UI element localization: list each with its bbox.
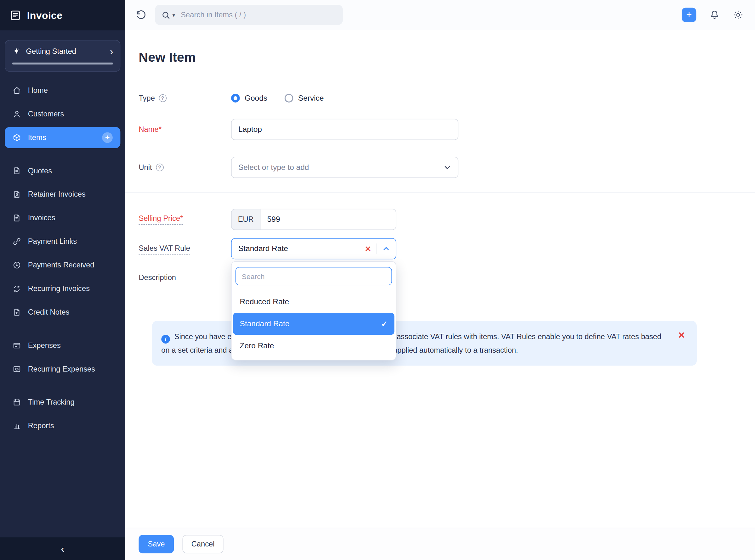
app-title: Invoice (27, 9, 63, 21)
dropdown-search-input[interactable] (235, 267, 392, 285)
selling-price-group: EUR (231, 209, 396, 230)
help-icon[interactable]: ? (156, 164, 163, 171)
vat-rule-label: Sales VAT Rule (138, 244, 231, 255)
refresh-icon (13, 284, 21, 293)
check-icon: ✓ (381, 319, 388, 328)
form-action-bar: Save Cancel (125, 528, 755, 560)
sidebar-collapse-button[interactable]: ‹ (0, 537, 125, 560)
section-divider (125, 193, 755, 193)
quick-add-item-icon[interactable]: + (102, 133, 113, 143)
sidebar-item-credit-notes[interactable]: Credit Notes (5, 302, 120, 323)
help-icon[interactable]: ? (159, 94, 166, 102)
invoice-icon (13, 214, 21, 222)
quick-create-button[interactable]: + (682, 7, 696, 22)
clear-icon[interactable]: ✕ (360, 244, 376, 253)
link-icon (13, 237, 21, 246)
type-radio-goods[interactable]: Goods (231, 94, 267, 103)
type-radio-group: Goods Service (231, 94, 324, 103)
vat-option-reduced-rate[interactable]: Reduced Rate (233, 291, 394, 313)
unit-placeholder: Select or type to add (238, 163, 309, 172)
name-input[interactable] (231, 119, 459, 140)
search-icon[interactable] (161, 11, 170, 20)
nav-divider (5, 151, 120, 160)
selling-price-input[interactable] (260, 209, 396, 230)
document-arrow-icon (13, 308, 21, 317)
chevron-down-icon[interactable]: ▾ (172, 12, 175, 18)
sidebar-item-label: Payments Received (28, 261, 94, 269)
type-label: Type ? (138, 94, 231, 103)
vat-rule-select[interactable]: Standard Rate ✕ (231, 238, 396, 259)
search-input[interactable] (180, 10, 336, 20)
cancel-button[interactable]: Cancel (182, 535, 223, 554)
sidebar-item-label: Retainer Invoices (28, 190, 85, 199)
sidebar-item-label: Items (28, 134, 46, 142)
vat-rule-value: Standard Rate (238, 244, 288, 253)
sidebar-item-label: Credit Notes (28, 308, 70, 317)
name-row: Name* (138, 119, 755, 140)
vat-rule-dropdown: Reduced Rate Standard Rate ✓ Zero Rate (231, 261, 396, 360)
document-user-icon (13, 190, 21, 199)
nav-divider (5, 382, 120, 392)
main-area: ▾ + New Item Type (125, 0, 755, 560)
sidebar-item-expenses[interactable]: Expenses (5, 335, 120, 356)
type-row: Type ? Goods Service (138, 94, 755, 103)
save-button[interactable]: Save (138, 535, 174, 554)
calendar-icon (13, 398, 21, 407)
chevron-right-icon: › (110, 46, 113, 56)
description-label: Description (138, 274, 231, 282)
name-label: Name* (138, 125, 231, 134)
sidebar-item-payments-received[interactable]: Payments Received (5, 255, 120, 276)
nav-divider (5, 325, 120, 335)
sidebar-item-label: Recurring Invoices (28, 284, 90, 293)
document-icon (13, 166, 21, 175)
item-form-top: Type ? Goods Service (138, 94, 755, 178)
user-icon (13, 110, 21, 119)
sidebar-item-payment-links[interactable]: Payment Links (5, 231, 120, 252)
item-form-bottom: Selling Price* EUR Sales VAT Rule Standa… (138, 209, 755, 365)
notifications-bell-icon[interactable] (709, 10, 720, 20)
close-icon[interactable]: ✕ (678, 329, 685, 342)
sidebar-item-label: Invoices (28, 214, 55, 222)
sidebar-item-invoices[interactable]: Invoices (5, 207, 120, 228)
settings-gear-icon[interactable] (733, 10, 744, 20)
sidebar-item-customers[interactable]: Customers (5, 103, 120, 125)
refresh-icon[interactable] (135, 9, 147, 21)
sidebar-item-items[interactable]: Items + (5, 127, 120, 148)
sidebar-item-label: Expenses (28, 341, 61, 350)
app-window: Invoice Getting Started › Home Customers (0, 0, 755, 560)
sidebar-item-time-tracking[interactable]: Time Tracking (5, 392, 120, 413)
bar-chart-icon (13, 422, 21, 431)
sidebar-item-recurring-expenses[interactable]: Recurring Expenses (5, 358, 120, 379)
sidebar-item-reports[interactable]: Reports (5, 415, 120, 436)
getting-started-card[interactable]: Getting Started › (5, 40, 120, 72)
sidebar-item-label: Recurring Expenses (28, 365, 95, 374)
sidebar-item-recurring-invoices[interactable]: Recurring Invoices (5, 278, 120, 299)
sparkle-icon (12, 47, 21, 56)
vat-option-standard-rate[interactable]: Standard Rate ✓ (233, 313, 394, 335)
box-icon (13, 134, 21, 142)
sidebar-item-label: Payment Links (28, 237, 77, 246)
radio-unselected-icon (285, 94, 293, 103)
topbar: ▾ + (125, 0, 755, 30)
vat-option-zero-rate[interactable]: Zero Rate (233, 335, 394, 357)
sidebar-item-home[interactable]: Home (5, 80, 120, 101)
getting-started-label: Getting Started (26, 47, 76, 56)
chevron-down-icon (443, 164, 451, 171)
plus-icon: + (686, 9, 692, 20)
sidebar-item-quotes[interactable]: Quotes (5, 160, 120, 181)
currency-prefix: EUR (231, 209, 260, 230)
type-radio-service[interactable]: Service (285, 94, 324, 103)
chevron-up-icon[interactable] (377, 245, 390, 252)
sidebar-item-retainer-invoices[interactable]: Retainer Invoices (5, 184, 120, 205)
app-logo[interactable]: Invoice (0, 0, 125, 30)
sidebar-item-label: Home (28, 86, 48, 95)
sidebar-nav: Home Customers Items + Quotes Retainer I… (0, 72, 125, 537)
card-refresh-icon (13, 365, 21, 374)
page-title: New Item (138, 47, 755, 67)
unit-row: Unit ? Select or type to add (138, 157, 755, 178)
unit-select[interactable]: Select or type to add (231, 157, 459, 178)
info-icon: i (161, 335, 170, 343)
invoice-logo-icon (10, 9, 21, 21)
sidebar-item-label: Quotes (28, 166, 52, 175)
vat-rule-cell: Standard Rate ✕ Reduced Rate (231, 238, 396, 259)
